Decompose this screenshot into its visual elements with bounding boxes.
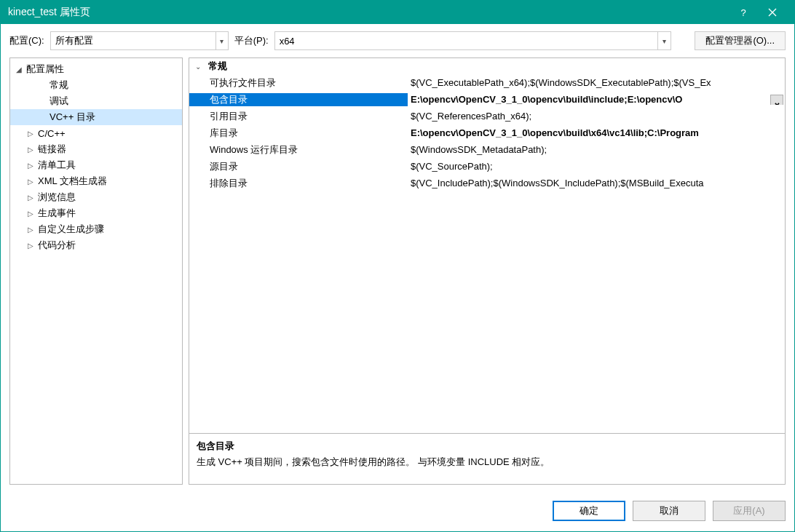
property-value[interactable]: E:\opencv\OpenCV_3_1_0\opencv\build\incl… — [408, 94, 785, 105]
tree-item-label: 自定义生成步骤 — [38, 223, 104, 236]
config-manager-button[interactable]: 配置管理器(O)... — [695, 31, 786, 50]
ok-button[interactable]: 确定 — [553, 501, 625, 521]
expand-icon: ▷ — [28, 146, 38, 154]
expand-icon: ▷ — [28, 226, 38, 234]
tree-item-label: XML 文档生成器 — [38, 175, 107, 188]
property-value[interactable]: E:\opencv\OpenCV_3_1_0\opencv\build\x64\… — [408, 127, 785, 138]
property-grid: ⌄ 常规 可执行文件目录$(VC_ExecutablePath_x64);$(W… — [189, 57, 786, 434]
chevron-down-icon: ⌄ — [773, 97, 781, 106]
expand-icon: ▷ — [28, 130, 38, 138]
apply-button[interactable]: 应用(A) — [713, 501, 786, 521]
property-value[interactable]: $(VC_ExecutablePath_x64);$(WindowsSDK_Ex… — [408, 77, 785, 88]
tree-item-label: 调试 — [50, 95, 68, 108]
property-row[interactable]: 库目录E:\opencv\OpenCV_3_1_0\opencv\build\x… — [189, 124, 785, 141]
tree-item[interactable]: ▷清单工具 — [10, 157, 182, 173]
collapse-icon: ⌄ — [195, 63, 204, 71]
group-label: 常规 — [208, 60, 227, 73]
tree-item-label: 链接器 — [38, 143, 66, 156]
tree-item-label: 常规 — [50, 79, 68, 92]
tree-item[interactable]: ▷浏览信息 — [10, 189, 182, 205]
help-button[interactable]: ? — [729, 1, 758, 24]
expand-icon: ▷ — [28, 162, 38, 170]
content-pane: ⌄ 常规 可执行文件目录$(VC_ExecutablePath_x64);$(W… — [189, 57, 786, 485]
property-row[interactable]: 可执行文件目录$(VC_ExecutablePath_x64);$(Window… — [189, 74, 785, 91]
tree-item[interactable]: ▷XML 文档生成器 — [10, 173, 182, 189]
tree-item-label: VC++ 目录 — [50, 111, 95, 124]
tree-item-label: 清单工具 — [38, 159, 76, 172]
dropdown-button[interactable]: ⌄ — [770, 95, 783, 105]
chevron-down-icon: ▾ — [215, 32, 228, 49]
tree-item-label: 代码分析 — [38, 239, 76, 252]
property-name: Windows 运行库目录 — [189, 143, 408, 156]
property-row[interactable]: Windows 运行库目录$(WindowsSDK_MetadataPath); — [189, 141, 785, 158]
property-value[interactable]: $(VC_IncludePath);$(WindowsSDK_IncludePa… — [408, 178, 785, 188]
config-label: 配置(C): — [9, 34, 44, 47]
property-name: 可执行文件目录 — [189, 76, 408, 90]
property-value[interactable]: $(VC_SourcePath); — [408, 161, 785, 172]
tree-item-label: 浏览信息 — [38, 191, 76, 204]
footer: 确定 取消 应用(A) — [1, 492, 794, 531]
tree-item-label: C/C++ — [38, 128, 66, 139]
toolbar: 配置(C): ▾ 平台(P): ▾ 配置管理器(O)... — [1, 24, 794, 57]
tree-item[interactable]: ▷自定义生成步骤 — [10, 221, 182, 237]
tree-label: 配置属性 — [26, 63, 64, 76]
property-name: 库目录 — [189, 127, 408, 140]
close-icon — [768, 8, 777, 17]
tree-item-label: 生成事件 — [38, 207, 76, 220]
platform-input[interactable] — [275, 36, 658, 47]
property-value[interactable]: $(WindowsSDK_MetadataPath); — [408, 144, 785, 155]
property-name: 排除目录 — [189, 177, 408, 190]
window-title: kinect_test 属性页 — [8, 6, 729, 19]
cancel-button[interactable]: 取消 — [633, 501, 705, 521]
chevron-down-icon: ▾ — [657, 32, 670, 49]
expand-icon: ▷ — [28, 242, 38, 250]
property-pages-dialog: kinect_test 属性页 ? 配置(C): ▾ 平台(P): ▾ 配置管理… — [0, 0, 795, 532]
desc-title: 包含目录 — [197, 440, 778, 453]
tree-root[interactable]: ◢ 配置属性 — [10, 61, 182, 77]
platform-combo[interactable]: ▾ — [274, 31, 671, 50]
expand-icon: ▷ — [28, 210, 38, 218]
property-row[interactable]: 引用目录$(VC_ReferencesPath_x64); — [189, 108, 785, 124]
platform-label: 平台(P): — [234, 34, 269, 47]
nav-tree[interactable]: ◢ 配置属性 常规调试VC++ 目录▷C/C++▷链接器▷清单工具▷XML 文档… — [9, 57, 183, 485]
description-panel: 包含目录 生成 VC++ 项目期间，搜索包含文件时使用的路径。 与环境变量 IN… — [189, 434, 786, 485]
property-value[interactable]: $(VC_ReferencesPath_x64); — [408, 111, 785, 122]
property-name: 引用目录 — [189, 110, 408, 123]
collapse-icon: ◢ — [16, 65, 26, 74]
tree-item[interactable]: ▷代码分析 — [10, 237, 182, 253]
property-row[interactable]: 排除目录$(VC_IncludePath);$(WindowsSDK_Inclu… — [189, 175, 785, 191]
config-input[interactable] — [51, 36, 215, 47]
property-name: 包含目录 — [189, 93, 408, 106]
tree-item[interactable]: ▷生成事件 — [10, 205, 182, 221]
desc-text: 生成 VC++ 项目期间，搜索包含文件时使用的路径。 与环境变量 INCLUDE… — [197, 456, 778, 469]
tree-item[interactable]: ▷链接器 — [10, 141, 182, 157]
property-row[interactable]: 包含目录E:\opencv\OpenCV_3_1_0\opencv\build\… — [189, 91, 785, 108]
property-name: 源目录 — [189, 160, 408, 173]
grid-group-header[interactable]: ⌄ 常规 — [189, 58, 785, 74]
config-combo[interactable]: ▾ — [50, 31, 229, 50]
tree-item[interactable]: 调试 — [10, 93, 182, 109]
expand-icon: ▷ — [28, 194, 38, 202]
tree-item[interactable]: ▷C/C++ — [10, 125, 182, 141]
tree-item[interactable]: VC++ 目录 — [10, 109, 182, 125]
expand-icon: ▷ — [28, 178, 38, 186]
close-button[interactable] — [758, 1, 787, 24]
body: ◢ 配置属性 常规调试VC++ 目录▷C/C++▷链接器▷清单工具▷XML 文档… — [1, 57, 794, 492]
titlebar: kinect_test 属性页 ? — [1, 1, 794, 24]
property-row[interactable]: 源目录$(VC_SourcePath); — [189, 158, 785, 175]
tree-item[interactable]: 常规 — [10, 77, 182, 93]
